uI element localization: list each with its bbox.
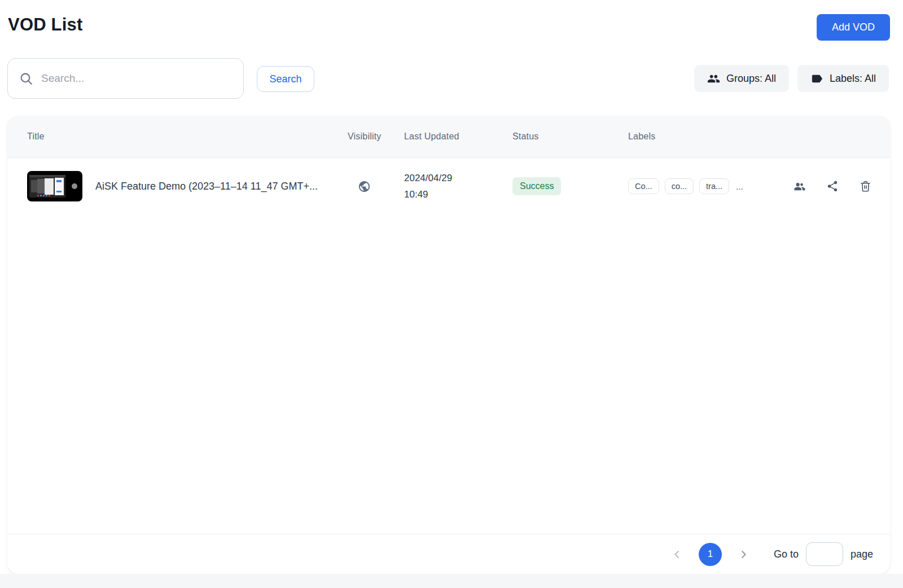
search-box[interactable]: [7, 58, 244, 99]
share-button[interactable]: [826, 180, 839, 192]
members-button[interactable]: [793, 180, 806, 193]
column-header-labels: Labels: [628, 131, 872, 142]
visibility-cell: [348, 180, 404, 193]
status-cell: Success: [512, 177, 628, 195]
groups-icon: [707, 72, 720, 85]
page-background-strip: [0, 574, 903, 588]
share-icon: [826, 180, 839, 192]
column-header-status: Status: [512, 131, 628, 142]
last-updated-cell: 2024/04/29 10:49: [404, 170, 512, 203]
table-header: Title Visibility Last Updated Status Lab…: [7, 116, 890, 158]
labels-filter-button[interactable]: Labels: All: [797, 65, 889, 92]
labels-overflow: ...: [736, 182, 743, 191]
label-chip[interactable]: tra...: [699, 178, 729, 194]
chevron-left-icon: [672, 549, 682, 560]
trash-icon: [859, 180, 872, 193]
chevron-right-icon: [738, 549, 749, 560]
pager: 1: [672, 543, 749, 566]
search-icon: [19, 72, 33, 86]
vod-table-card: Title Visibility Last Updated Status Lab…: [7, 116, 890, 574]
last-updated-time: 10:49: [404, 186, 512, 203]
camera-bubble: [72, 183, 77, 189]
row-actions: [793, 180, 872, 193]
column-header-title: Title: [27, 131, 348, 142]
labels-cell: Co... co... tra... ...: [628, 178, 872, 194]
vod-title[interactable]: AiSK Feature Demo (2023–11–14 11_47 GMT+…: [95, 181, 318, 192]
search-input[interactable]: [41, 72, 232, 85]
label-chip[interactable]: Co...: [628, 178, 659, 194]
previous-page-button[interactable]: [672, 549, 682, 560]
next-page-button[interactable]: [738, 549, 749, 560]
delete-button[interactable]: [859, 180, 872, 193]
globe-public-icon: [358, 180, 371, 193]
label-icon: [810, 72, 823, 85]
goto-page-group: Go to page: [774, 542, 873, 566]
vod-thumbnail[interactable]: [27, 171, 82, 201]
goto-label: Go to: [774, 548, 799, 560]
add-vod-button[interactable]: Add VOD: [817, 14, 890, 41]
groups-filter-button[interactable]: Groups: All: [694, 65, 789, 92]
last-updated-date: 2024/04/29: [404, 170, 512, 186]
label-chip[interactable]: co...: [665, 178, 694, 194]
column-header-visibility: Visibility: [348, 131, 404, 142]
status-badge: Success: [512, 177, 561, 195]
page-number-button[interactable]: 1: [699, 543, 722, 566]
page-title: VOD List: [8, 15, 83, 35]
table-row[interactable]: AiSK Feature Demo (2023–11–14 11_47 GMT+…: [7, 158, 890, 214]
pagination-bar: 1 Go to page: [7, 534, 890, 574]
search-button[interactable]: Search: [257, 66, 314, 92]
labels-filter-label: Labels: All: [830, 73, 876, 85]
members-icon: [793, 180, 806, 193]
page-label: page: [851, 548, 873, 560]
title-cell: AiSK Feature Demo (2023–11–14 11_47 GMT+…: [27, 171, 348, 201]
goto-page-input[interactable]: [806, 542, 843, 566]
column-header-last-updated: Last Updated: [404, 131, 512, 142]
groups-filter-label: Groups: All: [726, 73, 776, 85]
